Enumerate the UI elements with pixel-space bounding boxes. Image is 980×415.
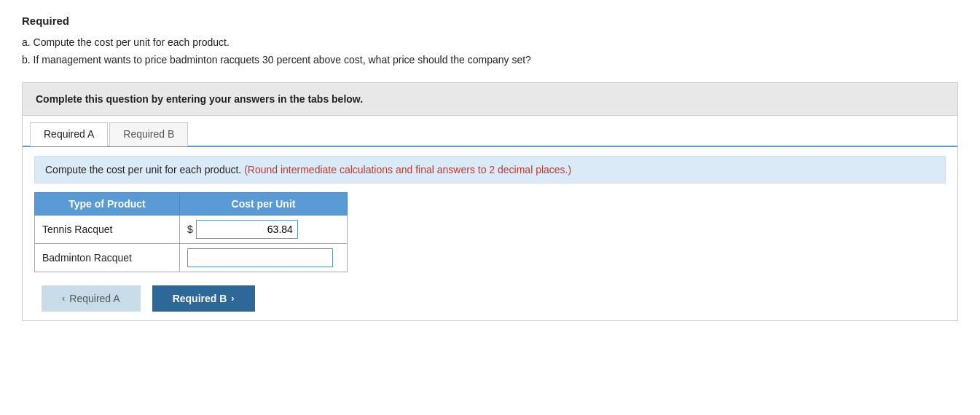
tabs-row: Required A Required B <box>23 116 957 147</box>
tab-required-a[interactable]: Required A <box>30 122 108 146</box>
tabs-container: Required A Required B Compute the cost p… <box>22 116 958 321</box>
col-header-cost: Cost per Unit <box>180 192 348 215</box>
instructions: a. Compute the cost per unit for each pr… <box>22 34 958 69</box>
prev-button[interactable]: ‹ Required A <box>42 285 141 312</box>
cost-cell-tennis: $ <box>180 215 348 243</box>
nav-buttons: ‹ Required A Required B › <box>34 285 946 312</box>
prev-chevron-icon: ‹ <box>62 293 65 304</box>
col-header-product: Type of Product <box>35 192 180 215</box>
tab-content: Compute the cost per unit for each produ… <box>23 147 957 320</box>
cost-cell-badminton <box>180 243 348 272</box>
complete-box: Complete this question by entering your … <box>22 82 958 116</box>
tab-required-b[interactable]: Required B <box>109 122 188 146</box>
next-button-label: Required B <box>173 293 227 304</box>
instruction-row: Compute the cost per unit for each produ… <box>34 156 946 183</box>
next-button[interactable]: Required B › <box>152 285 255 312</box>
cost-table: Type of Product Cost per Unit Tennis Rac… <box>34 192 348 272</box>
next-chevron-icon: › <box>231 293 234 304</box>
instruction-b: b. If management wants to price badminto… <box>22 52 958 69</box>
cost-input-tennis[interactable] <box>196 220 298 239</box>
cost-input-badminton[interactable] <box>187 248 333 267</box>
required-heading: Required <box>22 15 958 27</box>
product-name-badminton: Badminton Racquet <box>35 243 180 272</box>
currency-symbol-tennis: $ <box>187 224 193 235</box>
table-row: Badminton Racquet <box>35 243 348 272</box>
table-row: Tennis Racquet $ <box>35 215 348 243</box>
instruction-a: a. Compute the cost per unit for each pr… <box>22 34 958 52</box>
prev-button-label: Required A <box>69 293 119 304</box>
round-instruction: (Round intermediate calculations and fin… <box>244 164 571 175</box>
product-name-tennis: Tennis Racquet <box>35 215 180 243</box>
